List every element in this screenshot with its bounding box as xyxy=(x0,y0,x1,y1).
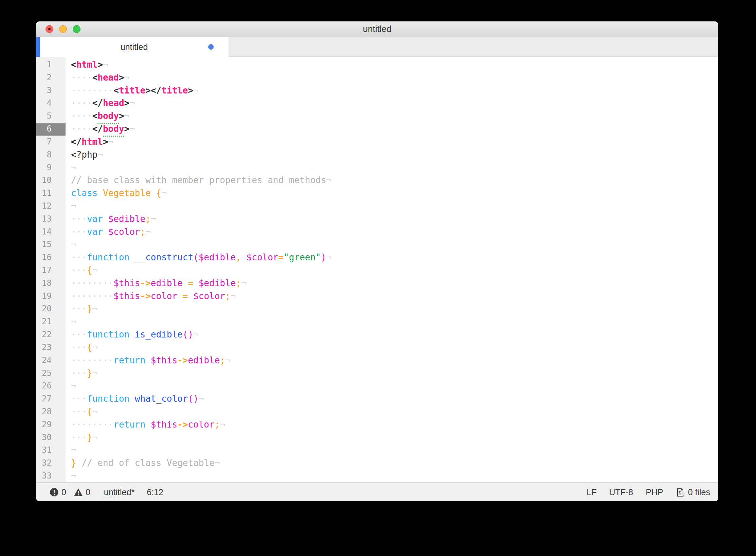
code-line[interactable]: 4····</head>¬ xyxy=(36,97,718,110)
warning-icon[interactable] xyxy=(74,488,83,497)
line-number[interactable]: 18 xyxy=(36,277,66,290)
code-line[interactable]: 26¬ xyxy=(36,380,718,393)
line-number[interactable]: 23 xyxy=(36,341,66,354)
code-line[interactable]: 6····</body>¬ xyxy=(36,123,718,136)
diff-document-icon xyxy=(676,488,685,497)
line-number[interactable]: 16 xyxy=(36,251,66,264)
code-line[interactable]: 25···}¬ xyxy=(36,367,718,380)
code-line[interactable]: 13···var $edible;¬ xyxy=(36,213,718,226)
code-line[interactable]: 7</html>¬ xyxy=(36,136,718,149)
code-line[interactable]: 19········$this->color = $color;¬ xyxy=(36,290,718,303)
code-line[interactable]: 27···function what_color()¬ xyxy=(36,393,718,405)
code-line[interactable]: 14···var $color;¬ xyxy=(36,226,718,239)
tab-untitled[interactable]: untitled xyxy=(40,37,229,57)
code-text: ···{¬ xyxy=(66,264,97,277)
code-line[interactable]: 3········<title></title>¬ xyxy=(36,84,718,97)
code-line[interactable]: 8<?php¬ xyxy=(36,149,718,161)
error-icon[interactable] xyxy=(50,488,59,497)
code-line[interactable]: 33¬ xyxy=(36,470,718,482)
code-line[interactable]: 30···}¬ xyxy=(36,431,718,444)
code-rows: 1<html>¬2····<head>¬3········<title></ti… xyxy=(36,57,718,482)
code-text: ········return $this->color;¬ xyxy=(66,418,225,431)
line-number[interactable]: 24 xyxy=(36,354,66,367)
code-line[interactable]: 17···{¬ xyxy=(36,264,718,277)
code-line[interactable]: 20···}¬ xyxy=(36,302,718,315)
code-editor[interactable]: 1<html>¬2····<head>¬3········<title></ti… xyxy=(36,57,718,482)
line-number[interactable]: 25 xyxy=(36,367,66,380)
tab-bar: untitled xyxy=(36,37,718,57)
line-number[interactable]: 3 xyxy=(36,84,66,97)
code-line[interactable]: 22···function is_edible()¬ xyxy=(36,328,718,341)
line-number[interactable]: 11 xyxy=(36,187,66,200)
code-text: ···}¬ xyxy=(66,367,97,380)
syntax-indicator[interactable]: PHP xyxy=(646,487,663,497)
window-title: untitled xyxy=(36,21,718,37)
line-number[interactable]: 22 xyxy=(36,328,66,341)
line-number[interactable]: 30 xyxy=(36,431,66,444)
cursor-position[interactable]: 6:12 xyxy=(147,487,163,497)
line-number[interactable]: 14 xyxy=(36,226,66,239)
line-number[interactable]: 9 xyxy=(36,161,66,174)
files-count-label: 0 files xyxy=(688,487,710,497)
code-line[interactable]: 16···function __construct($edible, $colo… xyxy=(36,251,718,264)
code-text: ···}¬ xyxy=(66,431,97,444)
line-number[interactable]: 20 xyxy=(36,302,66,315)
code-line[interactable]: 24········return $this->edible;¬ xyxy=(36,354,718,367)
warning-count[interactable]: 0 xyxy=(86,487,90,497)
code-line[interactable]: 32} // end of class Vegetable¬ xyxy=(36,457,718,470)
code-text: // base class with member properties and… xyxy=(66,174,331,187)
line-number[interactable]: 13 xyxy=(36,213,66,226)
code-text: ········<title></title>¬ xyxy=(66,84,199,97)
code-text: ····</body>¬ xyxy=(66,123,135,136)
line-number[interactable]: 2 xyxy=(36,71,66,84)
line-ending-indicator[interactable]: LF xyxy=(587,487,596,497)
code-text: ···}¬ xyxy=(66,302,97,315)
line-number[interactable]: 15 xyxy=(36,238,66,251)
code-line[interactable]: 1<html>¬ xyxy=(36,58,718,71)
line-number[interactable]: 29 xyxy=(36,418,66,431)
code-line[interactable]: 10// base class with member properties a… xyxy=(36,174,718,187)
code-text: ········$this->color = $color;¬ xyxy=(66,290,236,303)
line-number[interactable]: 19 xyxy=(36,290,66,303)
code-text: ····<head>¬ xyxy=(66,71,129,84)
line-number[interactable]: 33 xyxy=(36,470,66,482)
error-count[interactable]: 0 xyxy=(61,487,66,497)
line-number[interactable]: 12 xyxy=(36,200,66,213)
line-number[interactable]: 26 xyxy=(36,380,66,393)
line-number[interactable]: 6 xyxy=(36,123,66,136)
code-text: ····</head>¬ xyxy=(66,97,135,110)
code-line[interactable]: 23···{¬ xyxy=(36,341,718,354)
code-line[interactable]: 12¬ xyxy=(36,200,718,213)
encoding-indicator[interactable]: UTF-8 xyxy=(609,487,633,497)
line-number[interactable]: 28 xyxy=(36,405,66,418)
line-number[interactable]: 4 xyxy=(36,97,66,110)
title-bar[interactable]: untitled xyxy=(36,21,718,37)
line-number[interactable]: 31 xyxy=(36,444,66,457)
code-line[interactable]: 5····<body>¬ xyxy=(36,110,718,123)
code-line[interactable]: 9¬ xyxy=(36,161,718,174)
code-line[interactable]: 15¬ xyxy=(36,238,718,251)
code-line[interactable]: 21¬ xyxy=(36,315,718,328)
status-file-name: untitled* xyxy=(104,487,134,497)
line-number[interactable]: 8 xyxy=(36,149,66,161)
code-text: ¬ xyxy=(66,315,76,328)
line-number[interactable]: 5 xyxy=(36,110,66,123)
line-number[interactable]: 7 xyxy=(36,136,66,149)
code-line[interactable]: 31¬ xyxy=(36,444,718,457)
code-line[interactable]: 29········return $this->color;¬ xyxy=(36,418,718,431)
line-number[interactable]: 1 xyxy=(36,58,66,71)
code-line[interactable]: 18········$this->edible = $edible;¬ xyxy=(36,277,718,290)
status-bar: 0 0 untitled* 6:12 LF UTF-8 PHP xyxy=(36,482,718,501)
line-number[interactable]: 32 xyxy=(36,457,66,470)
code-line[interactable]: 2····<head>¬ xyxy=(36,71,718,84)
line-number[interactable]: 17 xyxy=(36,264,66,277)
line-number[interactable]: 21 xyxy=(36,315,66,328)
code-line[interactable]: 28···{¬ xyxy=(36,405,718,418)
line-number[interactable]: 10 xyxy=(36,174,66,187)
code-line[interactable]: 11class Vegetable {¬ xyxy=(36,187,718,200)
status-right: LF UTF-8 PHP 0 files xyxy=(587,487,718,497)
code-text: ········$this->edible = $edible;¬ xyxy=(66,277,247,290)
code-text: <?php¬ xyxy=(66,149,103,161)
line-number[interactable]: 27 xyxy=(36,393,66,405)
files-status[interactable]: 0 files xyxy=(676,487,710,497)
